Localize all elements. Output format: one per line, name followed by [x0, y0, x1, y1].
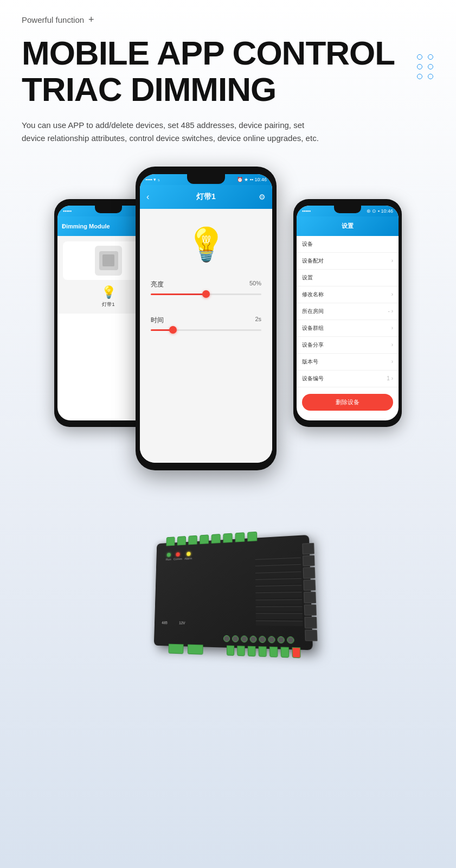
- dot-3: [417, 64, 422, 69]
- settings-item-4[interactable]: 所在房间 - ›: [297, 303, 399, 320]
- delete-button[interactable]: 删除设备: [302, 394, 393, 411]
- notch-right: [334, 206, 361, 213]
- phone-right: ▪▪▪▪▪ ⊛ ⊙ ▪ 10:46 设置 设备 设备配对 ›: [293, 199, 402, 427]
- led-run: [166, 553, 170, 557]
- brightness-section: 亮度 50%: [151, 280, 261, 295]
- bulb-icon: 💡: [186, 225, 227, 264]
- heatsink: [302, 543, 317, 641]
- tag-line: Powerful function +: [22, 14, 434, 25]
- time-section: 时间 2s: [151, 316, 261, 331]
- decorative-dots: [417, 54, 434, 79]
- settings-item-2: 设置: [297, 270, 399, 286]
- subtitle: You can use APP to add/delete devices, s…: [22, 119, 325, 145]
- settings-item-8[interactable]: 设备编号 1 ›: [297, 371, 399, 387]
- dot-2: [428, 54, 433, 60]
- dot-4: [428, 64, 433, 69]
- led-indicators: Run Comm Alarm: [165, 552, 192, 561]
- center-app-content: 💡 亮度 50%: [140, 209, 272, 463]
- notch-left: [95, 206, 122, 213]
- settings-item-0: 设备: [297, 236, 399, 253]
- settings-item-6[interactable]: 设备分享 ›: [297, 337, 399, 354]
- phone-right-screen: ▪▪▪▪▪ ⊛ ⊙ ▪ 10:46 设置 设备 设备配对 ›: [297, 206, 399, 420]
- dot-1: [417, 54, 422, 60]
- surface-connectors: [223, 635, 294, 644]
- vent-area: [255, 557, 303, 626]
- settings-item-5[interactable]: 设备群组 ›: [297, 320, 399, 337]
- center-app-header: ‹ 灯带1 ⚙: [140, 185, 272, 209]
- tag-text: Powerful function: [22, 15, 84, 24]
- port-label-12v: 12V: [178, 621, 185, 625]
- settings-item-7[interactable]: 版本号 ›: [297, 354, 399, 371]
- led-alarm: [186, 552, 190, 556]
- dot-5: [417, 74, 422, 79]
- terminal-bottom-left: [168, 644, 203, 655]
- main-title: MOBILE APP CONTROL TRIAC DIMMING: [22, 35, 401, 108]
- device-box: Run Comm Alarm: [153, 535, 312, 650]
- phones-section: ▪▪▪▪▪ ⊛ ⊙ ▪ ‹ Dimming Module: [22, 167, 434, 492]
- notch-center: [187, 174, 225, 184]
- terminal-top-blocks: [166, 528, 297, 546]
- settings-item-3[interactable]: 修改名称 ›: [297, 286, 399, 303]
- led-comm: [176, 552, 179, 557]
- right-app-header: 设置: [297, 216, 399, 236]
- hardware-device: Run Comm Alarm: [142, 525, 315, 660]
- port-label-485: 485: [162, 621, 168, 624]
- page-wrapper: Powerful function + MOBILE APP CONTROL T…: [0, 0, 456, 868]
- terminal-bottom-right: [226, 646, 300, 659]
- dot-6: [428, 74, 433, 79]
- settings-item-1[interactable]: 设备配对 ›: [297, 253, 399, 270]
- settings-list: 设备 设备配对 › 设置 修改名称 › 所在房间 -: [297, 236, 399, 387]
- tag-plus: +: [88, 14, 94, 25]
- hardware-section: Run Comm Alarm: [22, 525, 434, 660]
- phone-center-screen: ▪▪▪▪ ▾ ₅ ⏰ ★ ▪▪ 10:46 ‹ 灯带1 ⚙ 💡: [140, 174, 272, 463]
- phone-center: ▪▪▪▪ ▾ ₅ ⏰ ★ ▪▪ 10:46 ‹ 灯带1 ⚙ 💡: [136, 167, 277, 470]
